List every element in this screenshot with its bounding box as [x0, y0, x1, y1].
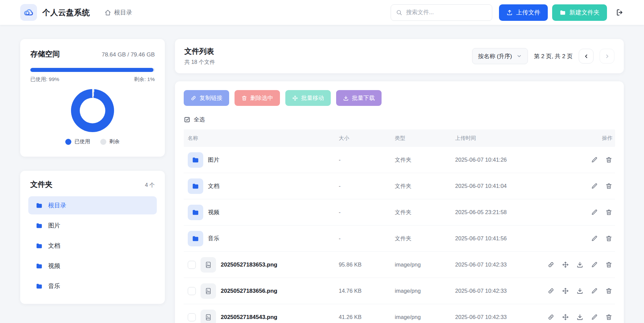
edit-icon[interactable] [591, 235, 598, 242]
table-row: 20250527184543.png41.26 KBimage/png2025-… [184, 304, 615, 323]
file-name[interactable]: 20250527183656.png [221, 288, 277, 294]
delete-icon[interactable] [605, 235, 612, 242]
sidebar-folder-item[interactable]: 视频 [28, 257, 157, 275]
edit-icon[interactable] [591, 287, 598, 294]
move-icon[interactable] [562, 287, 569, 294]
table-row: 音乐-文件夹2025-06-07 10:41:56 [184, 226, 615, 252]
batch-link-button[interactable]: 复制链接 [184, 90, 229, 106]
folders-count: 4 个 [145, 182, 155, 189]
download-icon[interactable] [576, 314, 583, 321]
breadcrumb[interactable]: 根目录 [105, 8, 132, 16]
row-actions [550, 261, 615, 268]
folder-item-label: 根目录 [48, 201, 66, 209]
sort-select[interactable]: 按名称 (升序) [472, 48, 528, 64]
folder-name[interactable]: 音乐 [208, 235, 219, 242]
folder-item-label: 音乐 [48, 282, 60, 290]
image-file-icon [201, 310, 216, 323]
file-list-header: 文件列表 共 18 个文件 按名称 (升序) 第 2 页, 共 2 页 [175, 39, 624, 73]
folder-icon [560, 9, 566, 16]
folder-icon [36, 283, 43, 290]
type-cell: 文件夹 [391, 209, 451, 216]
row-checkbox[interactable] [188, 287, 196, 295]
prev-page-button[interactable] [579, 49, 594, 64]
file-name[interactable]: 20250527184543.png [221, 314, 277, 321]
row-actions [550, 183, 615, 190]
copy-link-icon[interactable] [547, 314, 554, 321]
edit-icon[interactable] [591, 183, 598, 190]
file-list-title: 文件列表 [184, 46, 215, 56]
copy-link-icon[interactable] [547, 287, 554, 294]
folder-name[interactable]: 视频 [208, 208, 219, 216]
folder-name[interactable]: 文档 [208, 182, 219, 190]
select-all-label: 全选 [194, 116, 205, 123]
batch-trash-button[interactable]: 删除选中 [235, 90, 280, 106]
row-actions [550, 314, 615, 321]
folder-icon [188, 231, 203, 246]
move-icon [292, 95, 298, 101]
storage-donut-chart [71, 89, 114, 132]
file-table: 名称 大小 类型 上传时间 操作 图片-文件夹2025-06-07 10:41:… [184, 129, 615, 323]
next-page-button[interactable] [600, 49, 614, 64]
folders-panel: 文件夹 4 个 根目录图片文档视频音乐 [20, 171, 165, 304]
move-icon[interactable] [562, 314, 569, 321]
sidebar-folder-item[interactable]: 音乐 [28, 277, 157, 295]
sidebar-folder-item[interactable]: 根目录 [28, 196, 157, 214]
sidebar-folder-item[interactable]: 图片 [28, 216, 157, 235]
type-cell: image/png [391, 314, 451, 320]
edit-icon[interactable] [591, 314, 598, 321]
copy-link-icon[interactable] [547, 261, 554, 268]
table-row: 20250527183656.png14.76 KBimage/png2025-… [184, 278, 615, 304]
new-folder-button[interactable]: 新建文件夹 [552, 4, 607, 21]
row-checkbox[interactable] [188, 313, 196, 321]
storage-progress-bar [30, 68, 155, 72]
download-icon[interactable] [576, 287, 583, 294]
main-area: 文件列表 共 18 个文件 按名称 (升序) 第 2 页, 共 2 页 [175, 39, 624, 323]
folder-name[interactable]: 图片 [208, 156, 219, 164]
time-cell: 2025-06-07 10:42:33 [451, 261, 550, 268]
chevron-left-icon [583, 53, 589, 59]
batch-button-label: 删除选中 [250, 94, 273, 102]
row-actions [550, 235, 615, 242]
delete-icon[interactable] [605, 287, 612, 294]
row-checkbox[interactable] [188, 261, 196, 269]
batch-download-button[interactable]: 批量下载 [336, 90, 382, 106]
legend-used-dot [65, 139, 71, 145]
storage-used-label: 已使用: 99% [30, 76, 59, 83]
search-icon [396, 9, 402, 16]
storage-progress-fill [30, 68, 153, 72]
logout-button[interactable] [616, 8, 624, 16]
search-box [391, 4, 492, 21]
download-icon[interactable] [576, 261, 583, 268]
type-cell: 文件夹 [391, 156, 451, 164]
size-cell: - [335, 183, 391, 189]
delete-icon[interactable] [605, 261, 612, 268]
sidebar-folder-item[interactable]: 文档 [28, 237, 157, 255]
batch-move-button[interactable]: 批量移动 [285, 90, 331, 106]
time-cell: 2025-06-05 23:21:58 [451, 209, 550, 215]
edit-icon[interactable] [591, 156, 598, 163]
size-cell: 14.76 KB [335, 288, 391, 294]
delete-icon[interactable] [605, 156, 612, 163]
edit-icon[interactable] [591, 261, 598, 268]
name-cell: 视频 [184, 205, 335, 220]
name-cell: 20250527184543.png [184, 310, 335, 323]
edit-icon[interactable] [591, 209, 598, 216]
select-all[interactable]: 全选 [184, 116, 615, 123]
search-input[interactable] [406, 9, 487, 16]
folder-item-label: 图片 [48, 221, 60, 230]
size-cell: 41.26 KB [335, 314, 391, 320]
upload-icon [506, 9, 513, 16]
delete-icon[interactable] [605, 209, 612, 216]
type-cell: image/png [391, 288, 451, 294]
delete-icon[interactable] [605, 314, 612, 321]
check-square-icon [184, 116, 190, 123]
folder-item-label: 文档 [48, 242, 60, 250]
batch-button-label: 批量移动 [301, 94, 324, 102]
upload-file-button[interactable]: 上传文件 [499, 4, 548, 21]
image-file-icon [201, 257, 216, 273]
delete-icon[interactable] [605, 183, 612, 190]
file-name[interactable]: 20250527183653.png [221, 261, 277, 268]
home-icon [105, 9, 111, 16]
move-icon[interactable] [562, 261, 569, 268]
col-name: 名称 [184, 135, 335, 142]
